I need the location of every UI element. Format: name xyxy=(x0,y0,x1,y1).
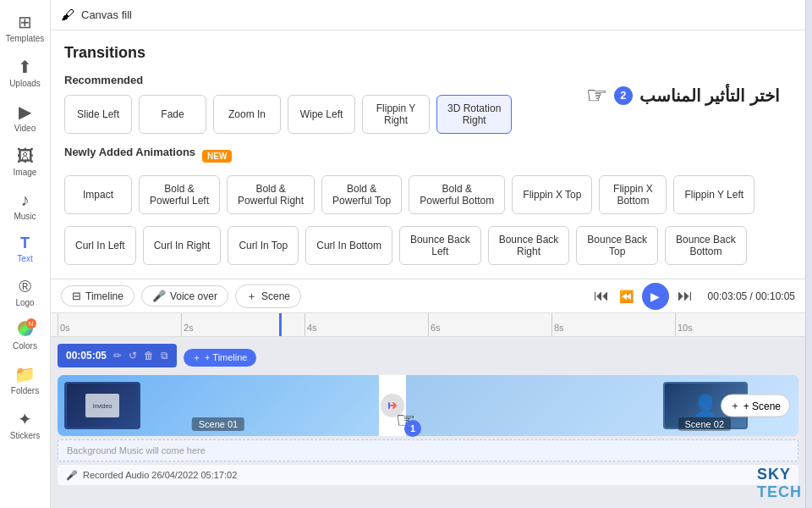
new-badge: NEW xyxy=(202,150,232,163)
transition-wipe-left[interactable]: Wipe Left xyxy=(288,95,355,134)
transitions-title: Transitions xyxy=(64,44,792,62)
more-grid: Curl In Left Curl In Right Curl In Top C… xyxy=(64,226,792,265)
transition-bold-powerful-top[interactable]: Bold &Powerful Top xyxy=(321,175,402,214)
ruler-tick-8s: 8s xyxy=(551,313,675,336)
uploads-icon: ⬆ xyxy=(18,57,32,77)
copy-icon[interactable]: ⧉ xyxy=(161,350,168,362)
skip-forward-button[interactable]: ⏭ xyxy=(676,285,694,306)
sidebar: ⊞ Templates ⬆ Uploads ▶ Video 🖼 Image ♪ … xyxy=(0,0,51,508)
ruler-tick-2s: 2s xyxy=(181,313,304,336)
sidebar-item-video[interactable]: ▶ Video xyxy=(3,97,48,138)
reset-icon[interactable]: ↺ xyxy=(129,350,137,362)
transition-3d-rotation-right[interactable]: 3D RotationRight xyxy=(436,95,512,134)
ruler-tick-0s: 0s xyxy=(58,313,181,336)
transition-bold-powerful-left[interactable]: Bold &Powerful Left xyxy=(139,175,220,214)
timeline-playhead[interactable] xyxy=(279,313,282,336)
scene-track: Invideo Scene 01 xyxy=(58,375,798,436)
timeline-icon: ⊟ xyxy=(72,290,81,302)
timeline-controls: ⊟ Timeline 🎤 Voice over ＋ Scene ⏮ ⏪ ▶ ⏭ … xyxy=(51,279,805,313)
transition-flippin-x-bottom[interactable]: Flippin XBottom xyxy=(599,175,667,214)
main-content: 🖌 Canvas fill Transitions Recommended Sl… xyxy=(51,0,805,508)
timestamp-label: 00:05:05 xyxy=(66,350,107,362)
scene-01-label: Scene 01 xyxy=(192,417,244,431)
image-icon: 🖼 xyxy=(17,146,34,166)
transition-bounce-back-top[interactable]: Bounce BackTop xyxy=(576,226,658,265)
transition-inner-icon xyxy=(381,394,404,417)
timeline-track-area: 00:05:05 ✏ ↺ 🗑 ⧉ ＋ + Timeline xyxy=(51,337,805,508)
sidebar-item-music[interactable]: ♪ Music xyxy=(3,185,48,226)
canvas-fill-icon: 🖌 xyxy=(61,8,74,23)
transition-marker-1[interactable] xyxy=(379,375,406,436)
bg-music-row[interactable]: Background Music will come here xyxy=(58,439,798,461)
transitions-panel: Transitions Recommended Slide Left Fade … xyxy=(51,30,805,279)
sidebar-item-stickers[interactable]: ✦ Stickers xyxy=(3,404,48,445)
transition-curl-in-left[interactable]: Curl In Left xyxy=(64,226,136,265)
timestamp-bar: 00:05:05 ✏ ↺ 🗑 ⧉ xyxy=(58,344,177,367)
logo-icon: ® xyxy=(19,277,31,296)
plus-icon: ＋ xyxy=(246,289,257,304)
folders-icon: 📁 xyxy=(14,364,36,384)
ruler-tick-4s: 4s xyxy=(304,313,428,336)
stickers-icon: ✦ xyxy=(18,409,32,429)
newly-added-label: Newly Added Animations xyxy=(64,146,195,158)
edit-icon[interactable]: ✏ xyxy=(113,350,122,362)
time-display: 00:03:05 / 00:10:05 xyxy=(708,290,795,302)
transition-flippin-y-right[interactable]: Flippin YRight xyxy=(362,95,430,134)
bottom-area: ⊟ Timeline 🎤 Voice over ＋ Scene ⏮ ⏪ ▶ ⏭ … xyxy=(51,279,805,508)
sidebar-item-logo[interactable]: ® Logo xyxy=(3,272,48,312)
play-button[interactable]: ▶ xyxy=(642,283,669,310)
timeline-button[interactable]: ⊟ Timeline xyxy=(61,285,134,306)
transition-flippin-x-top[interactable]: Flippin X Top xyxy=(512,175,592,214)
sidebar-item-uploads[interactable]: ⬆ Uploads xyxy=(3,52,48,93)
transition-flippin-y-left[interactable]: Flippin Y Left xyxy=(673,175,754,214)
transition-curl-in-bottom[interactable]: Curl In Bottom xyxy=(305,226,392,265)
ruler-tick-6s: 6s xyxy=(428,313,551,336)
bg-music-placeholder: Background Music will come here xyxy=(67,445,206,456)
sidebar-item-templates[interactable]: ⊞ Templates xyxy=(3,7,48,48)
ruler-tick-10s: 10s xyxy=(675,313,798,336)
music-icon: ♪ xyxy=(21,190,30,210)
transition-bounce-back-left[interactable]: Bounce BackLeft xyxy=(399,226,481,265)
transition-bounce-back-right[interactable]: Bounce BackRight xyxy=(488,226,570,265)
recorded-audio-row[interactable]: 🎤 Recorded Audio 26/04/2022 05:17:02 xyxy=(58,465,798,485)
scene-02-label: Scene 02 xyxy=(678,417,731,431)
transition-bounce-back-bottom[interactable]: Bounce BackBottom xyxy=(665,226,747,265)
scene-01-thumbnail: Invideo xyxy=(64,382,140,429)
transition-bold-powerful-bottom[interactable]: Bold &Powerful Bottom xyxy=(409,175,505,214)
add-scene-button[interactable]: ＋ + Scene xyxy=(721,395,790,417)
recommended-grid: Slide Left Fade Zoom In Wipe Left Flippi… xyxy=(64,95,792,134)
top-bar: 🖌 Canvas fill xyxy=(51,0,805,30)
playback-controls: ⏮ ⏪ ▶ ⏭ 00:03:05 / 00:10:05 xyxy=(592,283,795,310)
transition-zoom-in[interactable]: Zoom In xyxy=(213,95,281,134)
voiceover-button[interactable]: 🎤 Voice over xyxy=(141,285,228,306)
scene-01[interactable]: Invideo Scene 01 xyxy=(58,375,379,436)
plus-icon-add: ＋ xyxy=(730,399,740,413)
video-icon: ▶ xyxy=(19,102,31,122)
transition-fade[interactable]: Fade xyxy=(139,95,206,134)
transition-impact[interactable]: Impact xyxy=(64,175,132,214)
delete-icon[interactable]: 🗑 xyxy=(144,350,154,362)
scene-button[interactable]: ＋ Scene xyxy=(235,284,301,308)
sidebar-item-colors[interactable]: N Colors xyxy=(3,316,48,356)
mic-icon: 🎤 xyxy=(66,470,78,481)
recorded-audio-label: Recorded Audio 26/04/2022 05:17:02 xyxy=(83,470,237,480)
skip-back-button[interactable]: ⏮ xyxy=(592,285,611,306)
transition-curl-in-top[interactable]: Curl In Top xyxy=(228,226,299,265)
sidebar-item-image[interactable]: 🖼 Image xyxy=(3,141,48,182)
text-icon: T xyxy=(20,235,30,252)
transition-slide-left[interactable]: Slide Left xyxy=(64,95,132,134)
newly-added-grid: Impact Bold &Powerful Left Bold &Powerfu… xyxy=(64,175,792,214)
step-back-button[interactable]: ⏪ xyxy=(617,288,635,305)
timeline-add-button[interactable]: ＋ + Timeline xyxy=(184,349,255,367)
timeline-ruler: 0s 2s 4s 6s 8s 10s xyxy=(51,313,805,337)
transition-curl-in-right[interactable]: Curl In Right xyxy=(143,226,222,265)
plus-icon-small: ＋ xyxy=(192,351,201,364)
sidebar-item-text[interactable]: T Text xyxy=(3,229,48,268)
right-panel xyxy=(805,0,812,508)
microphone-icon: 🎤 xyxy=(152,290,166,302)
templates-icon: ⊞ xyxy=(18,12,32,32)
newly-added-row: Newly Added Animations NEW xyxy=(64,146,792,167)
recommended-label: Recommended xyxy=(64,74,792,86)
sidebar-item-folders[interactable]: 📁 Folders xyxy=(3,359,48,400)
transition-bold-powerful-right[interactable]: Bold &Powerful Right xyxy=(227,175,315,214)
